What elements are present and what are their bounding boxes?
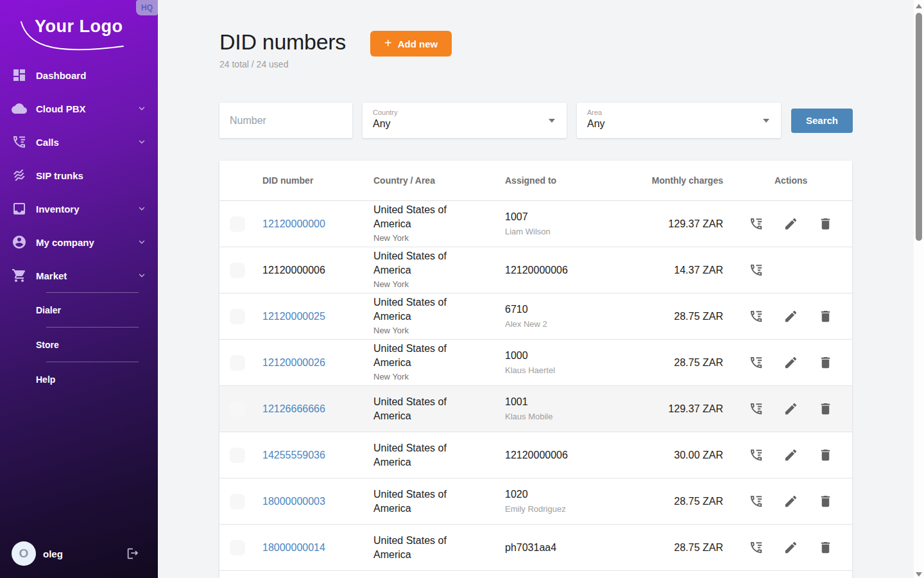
sidebar-item-sip-trunks[interactable]: SIP trunks xyxy=(0,159,158,192)
area-select[interactable]: Area Any xyxy=(577,103,781,138)
assigned-to-text: 1000 xyxy=(505,349,643,363)
avatar[interactable]: O xyxy=(12,541,36,566)
partial-next-row xyxy=(219,571,852,578)
country-text: United States of America xyxy=(373,203,474,231)
call-settings-icon[interactable] xyxy=(749,309,764,324)
monthly-charges-text: 28.75 ZAR xyxy=(643,542,723,554)
sidebar-item-cloud-pbx[interactable]: Cloud PBX xyxy=(0,92,158,125)
sidebar-item-inventory[interactable]: Inventory xyxy=(0,192,158,225)
delete-icon[interactable] xyxy=(818,540,833,555)
country-text: United States of America xyxy=(373,342,474,370)
assigned-to-name: Klaus Haertel xyxy=(505,364,643,376)
country-value: Any xyxy=(373,118,567,130)
row-checkbox[interactable] xyxy=(230,216,245,232)
edit-icon[interactable] xyxy=(783,494,798,509)
sidebar-item-label: Market xyxy=(36,270,67,281)
sidebar-item-my-company[interactable]: My company xyxy=(0,225,158,259)
edit-icon[interactable] xyxy=(783,540,798,555)
sidebar-item-label: Inventory xyxy=(36,204,80,215)
dropdown-arrow-icon xyxy=(549,119,555,123)
sidebar-item-calls[interactable]: Calls xyxy=(0,125,158,159)
country-text: United States of America xyxy=(373,249,474,277)
row-checkbox[interactable] xyxy=(230,263,245,278)
edit-icon[interactable] xyxy=(783,401,798,416)
sidebar-link-help[interactable]: Help xyxy=(0,362,158,396)
user-name: oleg xyxy=(43,548,63,559)
call-settings-icon[interactable] xyxy=(749,494,764,509)
search-button[interactable]: Search xyxy=(791,109,853,133)
did-number-link[interactable]: 18000000014 xyxy=(262,542,373,554)
col-header-assigned: Assigned to xyxy=(505,175,643,186)
did-number-link[interactable]: 18000000003 xyxy=(262,496,373,507)
call-settings-icon[interactable] xyxy=(749,216,764,231)
row-checkbox[interactable] xyxy=(230,494,245,509)
table-row: 12120000025 United States of America New… xyxy=(219,293,852,340)
scroll-up-arrow-icon[interactable] xyxy=(916,4,922,8)
row-checkbox[interactable] xyxy=(230,540,245,556)
hq-badge[interactable]: HQ xyxy=(136,0,158,15)
call-settings-icon[interactable] xyxy=(749,540,764,555)
add-new-button[interactable]: + Add new xyxy=(370,31,452,57)
person-icon xyxy=(12,234,27,250)
delete-icon[interactable] xyxy=(818,216,833,231)
area-label: Area xyxy=(587,109,781,116)
sidebar-link-dialer[interactable]: Dialer xyxy=(0,293,158,327)
delete-icon[interactable] xyxy=(818,309,833,324)
table-row: 12126666666 United States of America 100… xyxy=(219,386,852,432)
assigned-to-text: 12120000006 xyxy=(505,263,643,277)
delete-icon[interactable] xyxy=(818,355,833,370)
assigned-to-text: 6710 xyxy=(505,302,643,317)
call-settings-icon[interactable] xyxy=(749,355,764,370)
edit-icon[interactable] xyxy=(783,355,798,370)
call-settings-icon[interactable] xyxy=(749,401,764,416)
scroll-down-arrow-icon[interactable] xyxy=(916,572,922,577)
did-number-link[interactable]: 12120000000 xyxy=(262,218,373,230)
assigned-to-text: 1007 xyxy=(505,210,643,224)
country-select[interactable]: Country Any xyxy=(363,103,567,138)
edit-icon[interactable] xyxy=(783,216,798,231)
area-text: New York xyxy=(373,232,474,245)
number-input[interactable] xyxy=(219,103,352,138)
monthly-charges-text: 30.00 ZAR xyxy=(643,450,723,461)
row-checkbox[interactable] xyxy=(230,309,245,324)
did-number-link[interactable]: 12120000025 xyxy=(262,311,373,322)
page-title: DID numbers xyxy=(219,30,346,55)
call-settings-icon[interactable] xyxy=(749,263,764,277)
edit-icon[interactable] xyxy=(783,309,798,324)
did-number-link[interactable]: 12126666666 xyxy=(262,403,373,415)
edit-icon[interactable] xyxy=(783,448,798,462)
did-number-link[interactable]: 14255559036 xyxy=(262,450,373,461)
sidebar-link-label: Store xyxy=(36,340,59,350)
delete-icon[interactable] xyxy=(818,401,833,416)
delete-icon[interactable] xyxy=(818,494,833,509)
sidebar-footer: O oleg xyxy=(0,529,158,578)
logout-icon[interactable] xyxy=(126,547,140,561)
table-header-row: DID number Country / Area Assigned to Mo… xyxy=(219,161,852,201)
assigned-to-name: Klaus Mobile xyxy=(505,410,643,423)
assigned-to-name: Liam Wilson xyxy=(505,225,643,238)
monthly-charges-text: 129.37 ZAR xyxy=(643,403,723,415)
country-text: United States of America xyxy=(373,395,474,423)
filter-bar: Country Any Area Any Search xyxy=(219,103,914,138)
did-number-link[interactable]: 12120000026 xyxy=(262,357,373,369)
country-label: Country xyxy=(373,109,567,116)
sidebar-item-label: SIP trunks xyxy=(36,170,83,181)
dropdown-arrow-icon xyxy=(763,119,769,123)
sidebar-link-store[interactable]: Store xyxy=(0,328,158,362)
country-text: United States of America xyxy=(373,487,474,516)
table-row: 18000000014 United States of America ph7… xyxy=(219,525,852,571)
sidebar: HQ Your Logo Dashboard Cloud PBX Calls S… xyxy=(0,0,158,578)
row-checkbox[interactable] xyxy=(230,401,245,417)
call-settings-icon[interactable] xyxy=(749,448,764,462)
plus-icon: + xyxy=(384,36,392,51)
col-header-actions: Actions xyxy=(723,175,852,186)
scrollbar-thumb[interactable] xyxy=(916,13,922,241)
delete-icon[interactable] xyxy=(818,448,833,462)
monthly-charges-text: 28.75 ZAR xyxy=(643,496,723,507)
sidebar-item-dashboard[interactable]: Dashboard xyxy=(0,58,158,92)
sidebar-item-market[interactable]: Market xyxy=(0,259,158,292)
row-checkbox[interactable] xyxy=(230,448,245,463)
row-checkbox[interactable] xyxy=(230,355,245,371)
country-text: United States of America xyxy=(373,295,474,324)
page-subtitle: 24 total / 24 used xyxy=(219,59,346,69)
